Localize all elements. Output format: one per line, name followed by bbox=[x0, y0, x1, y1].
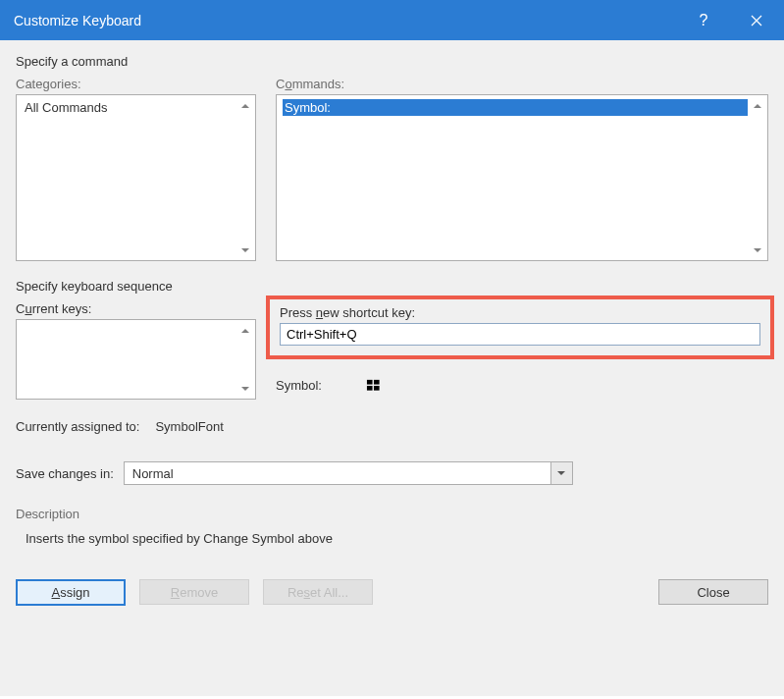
save-changes-label: Save changes in: bbox=[16, 466, 114, 481]
close-icon bbox=[751, 15, 762, 27]
windows-logo-icon bbox=[366, 377, 382, 393]
current-keys-listbox[interactable] bbox=[16, 319, 256, 400]
section-specify-command: Specify a command bbox=[16, 54, 768, 69]
currently-assigned-value: SymbolFont bbox=[155, 419, 223, 434]
title-bar: Customize Keyboard ? bbox=[0, 0, 784, 40]
symbol-label: Symbol: bbox=[276, 378, 322, 393]
current-keys-label: Current keys: bbox=[16, 301, 256, 316]
remove-button: Remove bbox=[139, 579, 249, 605]
new-shortcut-input[interactable] bbox=[280, 323, 760, 346]
chevron-down-icon bbox=[753, 245, 762, 255]
assign-button[interactable]: Assign bbox=[16, 579, 126, 606]
list-item[interactable]: All Commands bbox=[23, 99, 235, 116]
chevron-up-icon bbox=[240, 326, 250, 336]
currently-assigned-row: Currently assigned to: SymbolFont bbox=[16, 419, 768, 434]
scroll-up-button[interactable] bbox=[749, 97, 765, 114]
commands-label: Commands: bbox=[276, 77, 768, 91]
scroll-down-button[interactable] bbox=[236, 242, 253, 258]
dialog-body: Specify a command Categories: All Comman… bbox=[0, 40, 784, 696]
currently-assigned-label: Currently assigned to: bbox=[16, 419, 139, 434]
reset-all-button: Reset All... bbox=[263, 579, 373, 605]
chevron-down-icon bbox=[240, 384, 250, 394]
scroll-up-button[interactable] bbox=[236, 322, 253, 339]
svg-rect-1 bbox=[374, 379, 380, 384]
save-changes-value: Normal bbox=[125, 462, 550, 484]
new-shortcut-label: Press new shortcut key: bbox=[280, 305, 760, 320]
scroll-down-button[interactable] bbox=[749, 242, 765, 258]
save-changes-combobox[interactable]: Normal bbox=[124, 461, 573, 485]
help-button[interactable]: ? bbox=[678, 0, 729, 40]
description-label: Description bbox=[16, 507, 768, 521]
description-text: Inserts the symbol specified by Change S… bbox=[26, 531, 768, 546]
close-window-button[interactable] bbox=[729, 0, 784, 40]
categories-label: Categories: bbox=[16, 77, 256, 91]
chevron-down-icon bbox=[556, 468, 566, 478]
svg-rect-2 bbox=[367, 385, 373, 390]
svg-rect-3 bbox=[374, 385, 380, 390]
combobox-dropdown-button[interactable] bbox=[550, 462, 572, 484]
categories-listbox[interactable]: All Commands bbox=[16, 94, 256, 261]
highlighted-area: Press new shortcut key: bbox=[266, 296, 774, 359]
close-button[interactable]: Close bbox=[658, 579, 768, 605]
list-item[interactable]: Symbol: bbox=[283, 99, 748, 116]
commands-listbox[interactable]: Symbol: bbox=[276, 94, 768, 261]
section-specify-sequence: Specify keyboard sequence bbox=[16, 279, 768, 294]
svg-rect-0 bbox=[367, 379, 373, 384]
chevron-up-icon bbox=[753, 101, 762, 111]
scroll-down-button[interactable] bbox=[236, 380, 253, 397]
chevron-up-icon bbox=[240, 101, 250, 111]
window-title: Customize Keyboard bbox=[14, 13, 678, 28]
scroll-up-button[interactable] bbox=[236, 97, 253, 114]
chevron-down-icon bbox=[240, 245, 250, 255]
